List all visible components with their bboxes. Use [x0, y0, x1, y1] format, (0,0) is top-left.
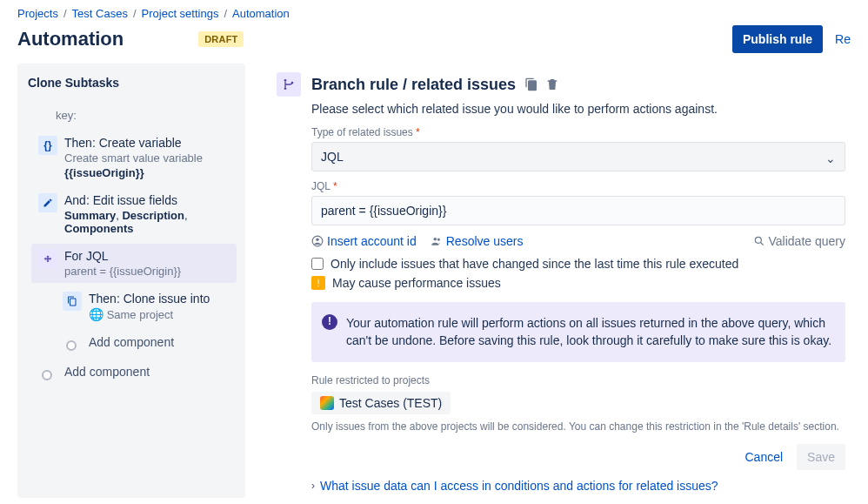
publish-rule-button[interactable]: Publish rule	[732, 25, 823, 53]
jql-input[interactable]	[321, 204, 836, 218]
chevron-down-icon: ⌄	[825, 151, 836, 165]
step-for-jql[interactable]: For JQL parent = {{issueOrigin}}	[31, 244, 237, 283]
performance-warning: ! May cause performance issues	[311, 276, 845, 290]
step-clone-issue[interactable]: Then: Clone issue into 🌐 Same project	[56, 286, 237, 326]
detail-description: Please select which related issue you wo…	[311, 102, 845, 116]
users-icon	[431, 235, 443, 247]
detail-panel: Branch rule / related issues Please sele…	[245, 64, 868, 498]
cancel-button[interactable]: Cancel	[736, 444, 791, 470]
trash-icon[interactable]	[545, 77, 559, 91]
restricted-label: Rule restricted to projects	[311, 374, 845, 386]
user-circle-icon	[311, 235, 324, 247]
info-icon: !	[322, 314, 337, 330]
status-badge: DRAFT	[198, 31, 244, 47]
search-icon	[753, 235, 765, 247]
breadcrumb: Projects/ Test Cases/ Project settings/ …	[0, 0, 868, 24]
detail-title: Branch rule / related issues	[311, 76, 516, 94]
breadcrumb-projects[interactable]: Projects	[17, 7, 58, 20]
globe-icon: 🌐	[89, 307, 103, 321]
page-title: Automation	[17, 28, 124, 50]
rule-name[interactable]: Clone Subtasks	[17, 76, 238, 98]
svg-point-4	[316, 239, 319, 242]
add-component-inner[interactable]: Add component	[56, 330, 237, 356]
breadcrumb-settings[interactable]: Project settings	[142, 7, 219, 20]
data-access-expander[interactable]: › What issue data can I access in condit…	[311, 479, 845, 493]
breadcrumb-automation[interactable]: Automation	[232, 7, 290, 20]
add-component-outer[interactable]: Add component	[31, 360, 237, 386]
add-marker-icon	[42, 370, 52, 380]
insert-account-link[interactable]: Insert account id	[311, 234, 417, 248]
svg-point-7	[755, 237, 761, 243]
resolve-users-link[interactable]: Resolve users	[431, 234, 524, 248]
save-button[interactable]: Save	[797, 444, 845, 470]
project-avatar-icon	[320, 396, 334, 410]
only-changed-input[interactable]	[311, 258, 324, 270]
pencil-icon	[38, 193, 57, 212]
svg-point-0	[284, 79, 287, 82]
restrict-note: Only issues from the above projects will…	[311, 420, 845, 434]
type-select[interactable]: JQL ⌄	[311, 142, 845, 171]
chevron-right-icon: ›	[311, 480, 315, 492]
svg-point-6	[437, 239, 440, 241]
braces-icon: {}	[38, 136, 57, 155]
copy-icon[interactable]	[524, 77, 538, 91]
only-changed-checkbox[interactable]: Only include issues that have changed si…	[311, 257, 845, 271]
branch-icon	[277, 72, 301, 97]
branch-icon	[38, 249, 57, 268]
step-key: key:	[31, 102, 237, 127]
svg-point-5	[433, 238, 437, 241]
rule-tree-panel: Clone Subtasks key: {} Then: Create vari…	[17, 64, 245, 498]
warning-icon: !	[311, 276, 325, 290]
info-callout: ! Your automation rule will perform acti…	[311, 302, 845, 362]
project-chip[interactable]: Test Cases (TEST)	[311, 392, 451, 414]
validate-query[interactable]: Validate query	[753, 234, 845, 248]
step-create-variable[interactable]: {} Then: Create variable Create smart va…	[31, 131, 237, 185]
step-edit-fields[interactable]: And: Edit issue fields Summary, Descript…	[31, 188, 237, 240]
copy-icon	[63, 292, 82, 311]
jql-label: JQL	[311, 180, 845, 192]
svg-point-1	[284, 87, 287, 90]
breadcrumb-testcases[interactable]: Test Cases	[72, 7, 128, 20]
type-label: Type of related issues	[311, 126, 845, 138]
add-marker-icon	[66, 340, 77, 351]
return-link[interactable]: Re	[835, 32, 851, 46]
